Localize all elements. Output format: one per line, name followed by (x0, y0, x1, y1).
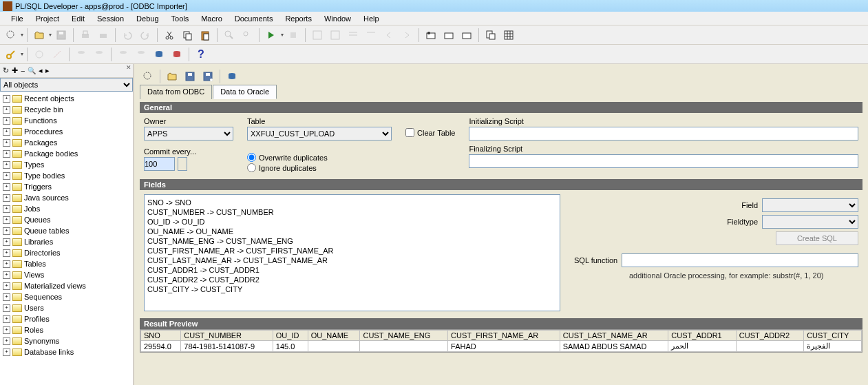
expander-icon[interactable]: + (3, 139, 10, 147)
new-icon[interactable] (3, 27, 19, 43)
create-sql-button[interactable]: Create SQL (776, 231, 858, 245)
find-tree-icon[interactable]: 🔍 (28, 67, 36, 74)
expander-icon[interactable]: + (3, 117, 10, 125)
field-mapping[interactable]: CUST_LAST_NAME_AR -> CUST_LAST_NAME_AR (147, 256, 557, 265)
tree-item[interactable]: +Package bodies (1, 148, 131, 159)
field-select[interactable] (762, 198, 858, 212)
expander-icon[interactable]: + (3, 227, 10, 235)
menu-session[interactable]: Session (92, 13, 129, 24)
indent-left-icon[interactable] (345, 27, 361, 43)
nav-back-icon[interactable] (381, 27, 397, 43)
column-header[interactable]: CUST_ADDR1 (668, 331, 736, 341)
tree-item[interactable]: +Database links (1, 346, 131, 357)
preview-table[interactable]: SNOCUST_NUMBEROU_IDOU_NAMECUST_NAME_ENGC… (140, 330, 862, 352)
help-icon[interactable]: ? (193, 46, 209, 63)
expander-icon[interactable]: + (3, 194, 10, 202)
close-icon[interactable]: ✕ (126, 64, 131, 71)
menu-edit[interactable]: Edit (66, 13, 90, 24)
field-mapping[interactable]: CUST_NUMBER -> CUST_NUMBER (147, 207, 557, 217)
column-header[interactable]: CUST_ADDR2 (736, 331, 803, 341)
find-icon[interactable] (221, 27, 237, 43)
redo-icon[interactable] (137, 27, 154, 43)
refresh-icon[interactable]: ↻ (3, 66, 9, 75)
print2-icon[interactable] (95, 27, 112, 43)
db-blue-icon[interactable] (151, 46, 167, 63)
expander-icon[interactable]: + (3, 348, 10, 356)
expander-icon[interactable]: + (3, 282, 10, 290)
field-mapping[interactable]: CUST_NAME_ENG -> CUST_NAME_ENG (147, 236, 557, 246)
cut-icon[interactable] (161, 27, 178, 43)
tree-item[interactable]: +Recycle bin (1, 104, 131, 115)
menu-window[interactable]: Window (319, 13, 357, 24)
menu-debug[interactable]: Debug (131, 13, 164, 24)
tree-item[interactable]: +Jobs (1, 203, 131, 214)
menu-help[interactable]: Help (358, 13, 385, 24)
init-script-input[interactable] (469, 127, 858, 141)
expander-icon[interactable]: + (3, 205, 10, 213)
tree-item[interactable]: +Recent objects (1, 93, 131, 104)
field-mapping[interactable]: CUST_FIRST_NAME_AR -> CUST_FIRST_NAME_AR (147, 246, 557, 256)
column-header[interactable]: CUST_NUMBER (181, 331, 273, 341)
ct-saveas-icon[interactable] (200, 68, 216, 85)
final-script-input[interactable] (469, 154, 858, 168)
back-icon[interactable]: ◂ (39, 66, 43, 75)
tree-item[interactable]: +Types (1, 159, 131, 170)
paste-icon[interactable] (197, 27, 213, 43)
expander-icon[interactable]: + (3, 172, 10, 180)
expander-icon[interactable]: + (3, 304, 10, 312)
menu-documents[interactable]: Documents (229, 13, 279, 24)
key-icon[interactable] (3, 46, 19, 63)
grid2-icon[interactable] (327, 27, 343, 43)
expander-icon[interactable]: + (3, 128, 10, 136)
column-header[interactable]: OU_ID (273, 331, 308, 341)
commit-spinner[interactable] (178, 157, 187, 171)
grid-icon[interactable] (500, 27, 517, 43)
wand-icon[interactable] (49, 46, 65, 63)
column-header[interactable]: SNO (141, 331, 181, 341)
tree-item[interactable]: +Type bodies (1, 170, 131, 181)
tool-b-icon[interactable] (441, 27, 457, 43)
grid1-icon[interactable] (309, 27, 326, 43)
save-icon[interactable] (53, 27, 70, 43)
print-icon[interactable] (77, 27, 94, 43)
column-header[interactable]: CUST_NAME_ENG (360, 331, 448, 341)
indent-right-icon[interactable] (363, 27, 379, 43)
field-mapping[interactable]: OU_ID -> OU_ID (147, 217, 557, 227)
menu-macro[interactable]: Macro (195, 13, 228, 24)
break-icon[interactable] (285, 27, 301, 43)
tree-item[interactable]: +Profiles (1, 313, 131, 324)
menu-reports[interactable]: Reports (279, 13, 317, 24)
tree-item[interactable]: +Users (1, 302, 131, 313)
open-icon[interactable] (31, 27, 47, 43)
column-header[interactable]: CUST_FIRST_NAME_AR (448, 331, 560, 341)
tree-item[interactable]: +Procedures (1, 126, 131, 137)
tree-item[interactable]: +Sequences (1, 291, 131, 302)
undo-icon[interactable] (119, 27, 136, 43)
expander-icon[interactable]: + (3, 271, 10, 279)
menu-tools[interactable]: Tools (166, 13, 195, 24)
expander-icon[interactable]: + (3, 106, 10, 114)
expander-icon[interactable]: + (3, 315, 10, 323)
fields-list[interactable]: SNO -> SNOCUST_NUMBER -> CUST_NUMBEROU_I… (144, 194, 560, 311)
tree-item[interactable]: +Functions (1, 115, 131, 126)
column-header[interactable]: CUST_CITY (804, 331, 862, 341)
ignore-radio[interactable] (247, 163, 256, 172)
tree-item[interactable]: +Queue tables (1, 225, 131, 236)
gear-icon[interactable] (31, 46, 47, 63)
copy-icon[interactable] (179, 27, 195, 43)
tab-data-to-oracle[interactable]: Data to Oracle (213, 85, 277, 99)
column-header[interactable]: CUST_LAST_NAME_AR (560, 331, 668, 341)
nav-fwd-icon[interactable] (399, 27, 415, 43)
tree-item[interactable]: +Tables (1, 258, 131, 269)
field-mapping[interactable]: CUST_ADDR2 -> CUST_ADDR2 (147, 275, 557, 284)
tree-item[interactable]: +Materialized views (1, 280, 131, 291)
commit-input[interactable] (144, 157, 175, 171)
db1-icon[interactable] (73, 46, 89, 63)
tool-c-icon[interactable] (458, 27, 475, 43)
expander-icon[interactable]: + (3, 150, 10, 158)
column-header[interactable]: OU_NAME (308, 331, 360, 341)
tree-item[interactable]: +Java sources (1, 192, 131, 203)
field-mapping[interactable]: CUST_ADDR1 -> CUST_ADDR1 (147, 265, 557, 275)
sql-function-input[interactable] (622, 253, 858, 267)
menu-file[interactable]: File (6, 13, 29, 24)
